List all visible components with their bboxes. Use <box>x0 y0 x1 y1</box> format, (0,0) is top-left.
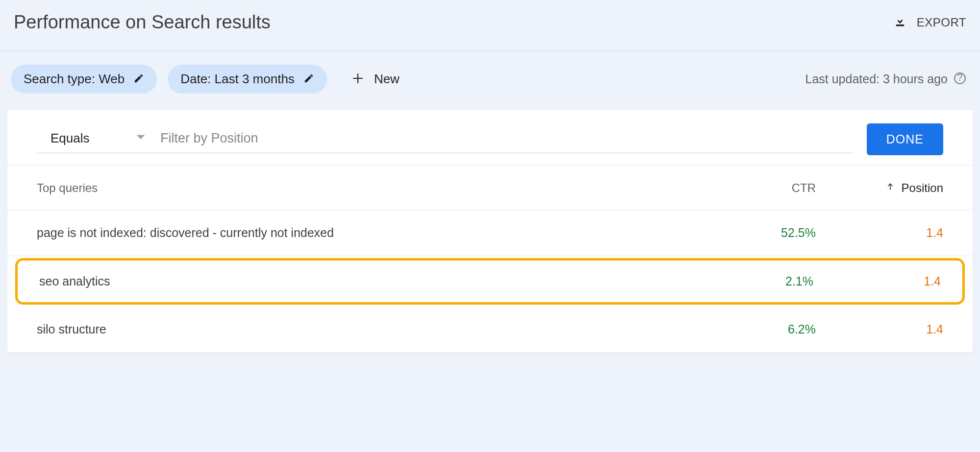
date-range-label: Date: Last 3 months <box>180 71 295 87</box>
last-updated-text: Last updated: 3 hours ago <box>805 72 948 86</box>
row-query: page is not indexed: discovered - curren… <box>37 226 728 240</box>
row-ctr: 52.5% <box>728 226 816 240</box>
export-label: EXPORT <box>917 16 966 29</box>
row-position: 1.4 <box>816 322 943 336</box>
new-filter-label: New <box>374 71 400 87</box>
results-card: Equals DONE Top queries CTR Position pag… <box>7 109 973 353</box>
help-icon[interactable]: ? <box>954 72 966 87</box>
done-button[interactable]: DONE <box>867 123 943 155</box>
filter-operator-label: Equals <box>50 131 90 146</box>
chevron-down-icon <box>136 134 146 143</box>
filter-operator-select[interactable]: Equals <box>37 126 150 153</box>
last-updated-wrap: Last updated: 3 hours ago ? <box>805 72 966 87</box>
table-row[interactable]: seo analytics2.1%1.4 <box>7 256 973 307</box>
page-header: Performance on Search results EXPORT <box>0 0 980 51</box>
table-body: page is not indexed: discovered - curren… <box>7 210 973 353</box>
row-query: silo structure <box>37 322 728 336</box>
search-type-chip[interactable]: Search type: Web <box>11 65 157 94</box>
row-query: seo analytics <box>39 274 725 288</box>
table-row[interactable]: page is not indexed: discovered - curren… <box>7 210 973 256</box>
filters-left: Search type: Web Date: Last 3 months New <box>11 65 406 94</box>
search-type-label: Search type: Web <box>24 71 125 87</box>
col-header-position-label: Position <box>902 181 943 195</box>
col-header-ctr[interactable]: CTR <box>728 181 816 195</box>
pencil-icon <box>133 73 144 86</box>
download-icon <box>893 14 907 31</box>
row-ctr: 2.1% <box>725 274 813 288</box>
export-button[interactable]: EXPORT <box>893 14 966 31</box>
arrow-up-icon <box>886 181 895 195</box>
page-title: Performance on Search results <box>14 12 271 33</box>
filters-row: Search type: Web Date: Last 3 months New… <box>0 51 980 107</box>
filter-position-input[interactable] <box>150 126 853 153</box>
row-ctr: 6.2% <box>728 322 816 336</box>
pencil-icon <box>303 73 314 86</box>
col-header-position[interactable]: Position <box>816 181 943 195</box>
app-container: Performance on Search results EXPORT Sea… <box>0 0 980 353</box>
highlighted-row-inner: seo analytics2.1%1.4 <box>15 258 965 305</box>
plus-icon <box>352 72 364 86</box>
new-filter-button[interactable]: New <box>345 67 406 92</box>
filter-bar: Equals DONE <box>7 110 973 165</box>
row-position: 1.4 <box>816 226 943 240</box>
col-header-queries[interactable]: Top queries <box>37 181 728 195</box>
date-range-chip[interactable]: Date: Last 3 months <box>168 65 327 94</box>
table-row[interactable]: silo structure6.2%1.4 <box>7 307 973 353</box>
table-header: Top queries CTR Position <box>7 165 973 210</box>
row-position: 1.4 <box>813 274 941 288</box>
svg-text:?: ? <box>957 72 963 83</box>
